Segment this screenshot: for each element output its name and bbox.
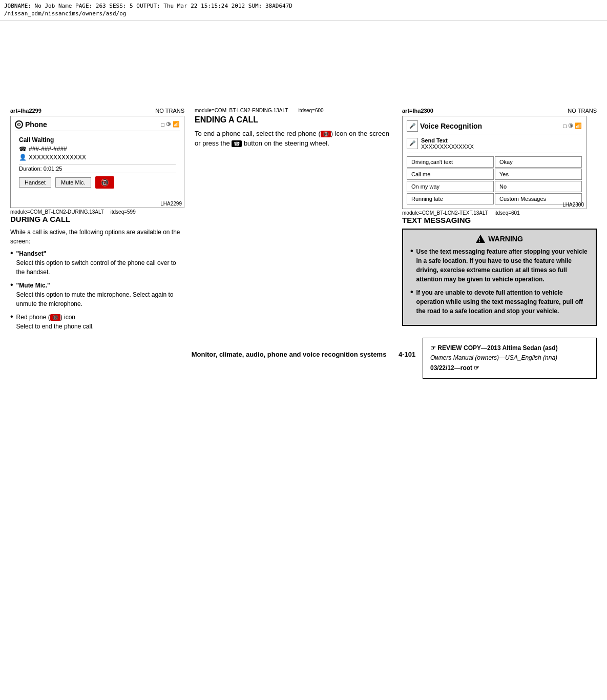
checkbox-icon: □ — [161, 121, 164, 128]
call-waiting-label: Call Waiting — [19, 136, 176, 143]
header-line1: JOBNAME: No Job Name PAGE: 263 SESS: 5 O… — [4, 2, 603, 10]
main-content: art=lha2299 NO TRANS ⊙ Phone □ ③ 📶 — [0, 20, 607, 409]
diagrams-area: art=lha2299 NO TRANS ⊙ Phone □ ③ 📶 — [10, 108, 597, 335]
warning-bullet-2: • — [410, 288, 413, 316]
bullet-red-phone-term: Red phone (📵) icon — [16, 314, 75, 321]
warning-item-2: • If you are unable to devote full atten… — [410, 288, 589, 316]
middle-column: module=COM_BT-LCN2-ENDING.13ALT itdseq=6… — [184, 108, 402, 149]
send-text-icon: 🎤 — [407, 138, 418, 149]
caller-name: 👤 XXXXXXXXXXXXXX — [19, 154, 176, 161]
call-duration: Duration: 0:01:25 — [19, 164, 176, 173]
mute-mic-button[interactable]: Mute Mic. — [55, 177, 91, 188]
lha-left-label: LHA2299 — [160, 201, 182, 207]
phone-diagram: ⊙ Phone □ ③ 📶 Call Waiting ☎ ###-###-###… — [10, 116, 184, 208]
right-no-trans: NO TRANS — [568, 108, 597, 114]
warning-header: ! WARNING — [410, 235, 589, 243]
person-icon: 👤 — [19, 154, 27, 161]
bullet-mute: • "Mute Mic." Select this option to mute… — [10, 281, 184, 308]
phone-number: ☎ ###-###-#### — [19, 146, 176, 153]
vr-icon: 🎤 — [407, 120, 418, 132]
phone-body: Call Waiting ☎ ###-###-#### 👤 XXXXXXXXXX… — [15, 134, 180, 191]
vr-checkbox-icon: □ — [563, 123, 567, 129]
lha-right-label: LHA2300 — [562, 202, 584, 208]
handset-button[interactable]: Handset — [19, 177, 51, 188]
warning-triangle-icon: ! — [476, 235, 485, 243]
vr-cell-call-me: Call me — [407, 169, 494, 180]
ending-call-text: To end a phone call, select the red phon… — [195, 129, 392, 149]
bullet-dot-1: • — [10, 249, 13, 277]
warning-item-1: • Use the text messaging feature after s… — [410, 247, 589, 284]
warning-items: • Use the text messaging feature after s… — [410, 247, 589, 316]
bullet-handset-term: "Handset" — [16, 250, 47, 257]
text-messaging-section: TEXT MESSAGING ! WARNING • Use the text … — [402, 216, 597, 326]
during-call-intro: While a call is active, the following op… — [10, 228, 184, 246]
bullet-dot-3: • — [10, 313, 13, 331]
warning-bullet-1: • — [410, 247, 413, 284]
bullet-handset-desc: Select this option to switch control of … — [16, 259, 176, 276]
review-copy-box: ☞ REVIEW COPY—2013 Altima Sedan (asd) Ow… — [423, 338, 597, 379]
bullet-red-phone: • Red phone (📵) icon Select to end the p… — [10, 313, 184, 331]
top-spacer — [10, 26, 597, 108]
review-copy-line3: 03/22/12—root ☞ — [430, 363, 589, 373]
vr-cell-okay: Okay — [495, 156, 582, 168]
bullet-mute-desc: Select this option to mute the microphon… — [16, 291, 174, 307]
review-copy-line1: ☞ REVIEW COPY—2013 Altima Sedan (asd) — [430, 343, 589, 353]
bars-icon: 📶 — [173, 121, 180, 128]
bullet-dot-2: • — [10, 281, 13, 308]
vr-signal-icon: ③ — [568, 122, 573, 129]
vr-cell-yes: Yes — [495, 169, 582, 180]
page-header: JOBNAME: No Job Name PAGE: 263 SESS: 5 O… — [0, 0, 607, 20]
signal-icon: ③ — [166, 121, 171, 128]
phone-buttons: Handset Mute Mic. 📵 — [19, 176, 176, 189]
during-call-bullets: • "Handset" Select this option to switch… — [10, 249, 184, 331]
review-copy-line2: Owners Manual (owners)—USA_English (nna) — [430, 353, 589, 363]
bullet-handset: • "Handset" Select this option to switch… — [10, 249, 184, 277]
phone-icon: ☎ — [19, 146, 27, 153]
vr-cell-driving-text: Driving,can't text — [407, 156, 494, 168]
left-no-trans: NO TRANS — [155, 108, 184, 114]
right-column: art=lha2300 NO TRANS 🎤 Voice Recognition… — [402, 108, 597, 326]
left-art-label: art=lha2299 — [10, 108, 41, 114]
ending-call-title: ENDING A CALL — [195, 115, 392, 125]
vr-title: 🎤 Voice Recognition — [407, 120, 482, 132]
vr-cell-running-late: Running late — [407, 193, 494, 204]
vr-cell-no: No — [495, 181, 582, 192]
end-call-button[interactable]: 📵 — [95, 176, 114, 189]
ending-call-section: ENDING A CALL To end a phone call, selec… — [195, 115, 392, 149]
inline-red-phone-icon: 📵 — [321, 131, 331, 137]
during-call-section: DURING A CALL While a call is active, th… — [10, 215, 184, 331]
vr-status-icons: □ ③ 📶 — [563, 122, 582, 129]
phone-title: ⊙ Phone — [15, 120, 47, 129]
send-text-block: Send Text XXXXXXXXXXXXXX — [421, 137, 474, 150]
bullet-mute-term: "Mute Mic." — [16, 282, 50, 289]
warning-box: ! WARNING • Use the text messaging featu… — [402, 229, 597, 326]
phone-header: ⊙ Phone □ ③ 📶 — [15, 120, 180, 131]
bottom-left-module-label: module=COM_BT-LCN2-DURING.13ALT itdseq=5… — [10, 209, 184, 215]
left-column: art=lha2299 NO TRANS ⊙ Phone □ ③ 📶 — [10, 108, 184, 335]
phone-status-icons: □ ③ 📶 — [161, 121, 180, 128]
bullet-red-phone-desc: Select to end the phone call. — [16, 323, 94, 330]
warning-text-1: Use the text messaging feature after sto… — [416, 247, 589, 284]
warning-text-2: If you are unable to devote full attenti… — [416, 288, 589, 316]
vr-bars-icon: 📶 — [575, 122, 582, 129]
review-copy-line2-text: Owners Manual (owners)—USA_English (nna) — [430, 354, 557, 361]
bottom-right-module-label: module=COM_BT-LCN2-TEXT.13ALT itdseq=601 — [402, 210, 597, 216]
middle-module-row: module=COM_BT-LCN2-ENDING.13ALT itdseq=6… — [195, 108, 392, 113]
voice-recognition-diagram: 🎤 Voice Recognition □ ③ 📶 🎤 Send Text XX… — [402, 116, 587, 209]
phone-circle-icon: ⊙ — [15, 120, 23, 129]
vr-header: 🎤 Voice Recognition □ ③ 📶 — [407, 120, 582, 134]
send-text-row: 🎤 Send Text XXXXXXXXXXXXXX — [407, 137, 582, 153]
page-number: 4-101 — [399, 351, 415, 358]
right-art-label: art=lha2300 — [402, 108, 433, 114]
vr-cell-on-my-way: On my way — [407, 181, 494, 192]
send-text-label: Send Text — [421, 137, 474, 143]
text-messaging-title: TEXT MESSAGING — [402, 216, 597, 224]
vr-message-grid: Driving,can't text Okay Call me Yes On m… — [407, 156, 582, 204]
send-text-value: XXXXXXXXXXXXXX — [421, 143, 474, 150]
right-art-label-row: art=lha2300 NO TRANS — [402, 108, 597, 114]
during-call-title: DURING A CALL — [10, 215, 184, 223]
inline-steering-icon: ☎ — [232, 140, 242, 147]
header-line2: /nissan_pdm/nissancims/owners/asd/og — [4, 10, 603, 17]
